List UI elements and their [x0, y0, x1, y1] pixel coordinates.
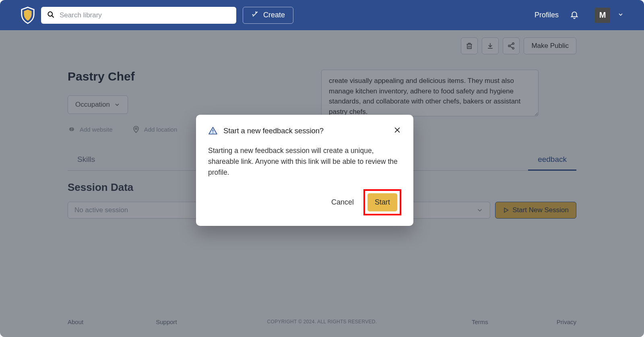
svg-point-3: [508, 45, 510, 47]
dialog-close-button[interactable]: [393, 126, 401, 136]
description-text: create visually appealing and delicious …: [329, 77, 520, 116]
cancel-button[interactable]: Cancel: [329, 194, 356, 211]
share-icon: [507, 42, 515, 50]
warning-icon: [208, 126, 218, 136]
profiles-link[interactable]: Profiles: [535, 11, 559, 19]
footer-privacy-link[interactable]: Privacy: [557, 318, 576, 325]
svg-line-6: [510, 46, 512, 48]
svg-marker-8: [504, 208, 508, 213]
svg-point-10: [213, 132, 213, 133]
create-button[interactable]: Create: [243, 7, 293, 24]
download-button[interactable]: [482, 37, 499, 54]
app-logo-icon: [20, 6, 35, 24]
start-new-session-button[interactable]: Start New Session: [495, 202, 576, 219]
dialog-title: Start a new feedback session?: [223, 126, 324, 135]
start-session-label: Start New Session: [512, 206, 569, 214]
occupation-label: Occupation: [75, 101, 110, 109]
notifications-button[interactable]: [570, 10, 579, 21]
user-menu-toggle[interactable]: [617, 11, 624, 19]
chevron-down-icon: [617, 11, 624, 18]
footer-terms-link[interactable]: Terms: [472, 318, 488, 325]
tab-feedback[interactable]: eedback: [528, 151, 576, 171]
start-button-highlight: Start: [363, 189, 401, 215]
add-website-link[interactable]: Add website: [68, 125, 113, 133]
svg-point-0: [48, 12, 52, 16]
search-input-container[interactable]: [41, 7, 236, 24]
dialog-body-text: Starting a new feedback session will cre…: [208, 145, 401, 178]
delete-button[interactable]: [461, 37, 478, 54]
footer-support-link[interactable]: Support: [156, 318, 177, 325]
add-website-label: Add website: [80, 126, 113, 133]
play-icon: [503, 207, 509, 213]
trash-icon: [465, 42, 473, 50]
session-placeholder: No active session: [74, 206, 128, 214]
user-avatar[interactable]: M: [595, 8, 610, 23]
add-location-link[interactable]: Add location: [132, 125, 178, 133]
wand-icon: [251, 10, 259, 20]
link-icon: [68, 125, 76, 133]
make-public-button[interactable]: Make Public: [524, 37, 576, 54]
svg-point-2: [512, 43, 514, 44]
search-icon: [47, 10, 55, 20]
copyright-text: COPYRIGHT © 2024. ALL RIGHTS RESERVED.: [267, 319, 377, 325]
description-textarea[interactable]: create visually appealing and delicious …: [321, 70, 539, 116]
tab-skills[interactable]: Skills: [68, 151, 105, 170]
add-location-label: Add location: [144, 126, 178, 133]
svg-point-7: [135, 128, 137, 129]
close-icon: [393, 126, 401, 134]
footer: About Support COPYRIGHT © 2024. ALL RIGH…: [0, 306, 644, 337]
avatar-initial: M: [599, 10, 606, 20]
location-icon: [132, 125, 140, 133]
svg-line-5: [510, 44, 512, 45]
share-button[interactable]: [503, 37, 520, 54]
occupation-dropdown[interactable]: Occupation: [68, 95, 128, 114]
start-button[interactable]: Start: [367, 193, 397, 211]
action-bar: Make Public: [68, 37, 576, 54]
chevron-down-icon: [476, 207, 483, 214]
app-header: Create Profiles M: [0, 0, 644, 30]
svg-point-4: [512, 48, 514, 49]
feedback-session-dialog: Start a new feedback session? Starting a…: [196, 115, 413, 226]
bell-icon: [570, 10, 579, 19]
download-icon: [486, 42, 494, 50]
svg-line-1: [52, 15, 54, 17]
chevron-down-icon: [114, 101, 120, 108]
search-input[interactable]: [60, 11, 231, 19]
footer-about-link[interactable]: About: [68, 318, 83, 325]
page-title: Pastry Chef: [68, 70, 321, 83]
create-button-label: Create: [263, 11, 285, 19]
